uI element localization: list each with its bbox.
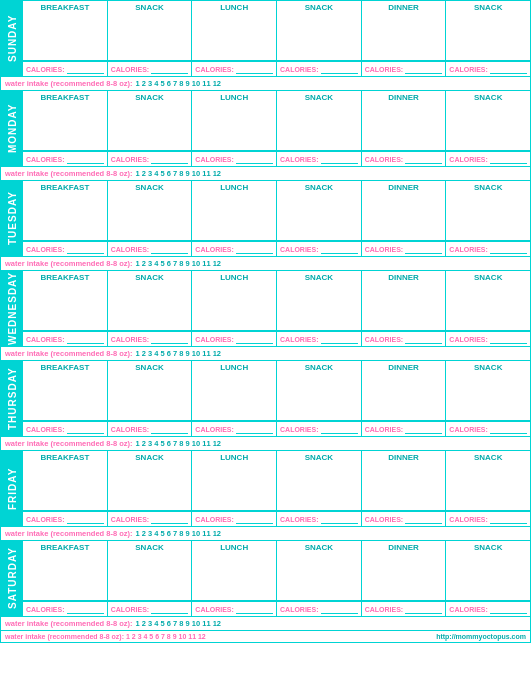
water-numbers-0[interactable]: 1 2 3 4 5 6 7 8 9 10 11 12 — [136, 79, 222, 88]
meal-body-0[interactable] — [26, 14, 104, 58]
meal-body-5[interactable] — [449, 194, 527, 238]
cal-line-5[interactable] — [490, 514, 527, 524]
cal-line-5[interactable] — [490, 424, 527, 434]
meal-cell-snack-3: Snack — [276, 1, 361, 61]
meal-body-4[interactable] — [365, 104, 443, 148]
cal-line-3[interactable] — [321, 244, 358, 254]
meal-tracker: SUNDAYBreakfastSnackLunchSnackDinnerSnac… — [0, 0, 531, 643]
cal-line-2[interactable] — [236, 244, 273, 254]
meal-body-5[interactable] — [449, 464, 527, 508]
cal-line-2[interactable] — [236, 64, 273, 74]
meal-body-3[interactable] — [280, 14, 358, 58]
cal-line-1[interactable] — [151, 334, 188, 344]
meal-body-2[interactable] — [195, 14, 273, 58]
meal-body-3[interactable] — [280, 104, 358, 148]
meal-body-4[interactable] — [365, 284, 443, 328]
meal-body-5[interactable] — [449, 374, 527, 418]
cal-line-0[interactable] — [67, 604, 104, 614]
cal-line-5[interactable] — [490, 64, 527, 74]
day-label-thursday: THURSDAY — [1, 361, 23, 436]
meal-header-0: Breakfast — [26, 453, 104, 462]
cal-line-4[interactable] — [405, 424, 442, 434]
cal-line-0[interactable] — [67, 154, 104, 164]
meal-body-5[interactable] — [449, 554, 527, 598]
water-numbers-4[interactable]: 1 2 3 4 5 6 7 8 9 10 11 12 — [136, 439, 222, 448]
cal-line-2[interactable] — [236, 334, 273, 344]
cal-line-4[interactable] — [405, 604, 442, 614]
cal-line-4[interactable] — [405, 64, 442, 74]
cal-line-3[interactable] — [321, 604, 358, 614]
cal-line-1[interactable] — [151, 514, 188, 524]
cal-line-0[interactable] — [67, 424, 104, 434]
meal-body-0[interactable] — [26, 554, 104, 598]
cal-line-5[interactable] — [490, 154, 527, 164]
meal-body-3[interactable] — [280, 284, 358, 328]
cal-line-3[interactable] — [321, 514, 358, 524]
meal-body-1[interactable] — [111, 104, 189, 148]
cal-line-1[interactable] — [151, 154, 188, 164]
water-numbers-2[interactable]: 1 2 3 4 5 6 7 8 9 10 11 12 — [136, 259, 222, 268]
cal-line-5[interactable] — [490, 334, 527, 344]
meal-body-0[interactable] — [26, 194, 104, 238]
meal-body-1[interactable] — [111, 14, 189, 58]
cal-line-0[interactable] — [67, 514, 104, 524]
meal-body-0[interactable] — [26, 464, 104, 508]
meal-body-1[interactable] — [111, 284, 189, 328]
cal-line-4[interactable] — [405, 514, 442, 524]
cal-label-0: CALORIES: — [26, 66, 65, 73]
meal-cell-dinner-4: Dinner — [361, 451, 446, 511]
cal-line-4[interactable] — [405, 334, 442, 344]
cal-line-2[interactable] — [236, 424, 273, 434]
cal-line-1[interactable] — [151, 604, 188, 614]
meal-body-2[interactable] — [195, 374, 273, 418]
meal-header-2: Lunch — [195, 543, 273, 552]
meal-body-1[interactable] — [111, 194, 189, 238]
meal-body-4[interactable] — [365, 374, 443, 418]
meal-body-1[interactable] — [111, 464, 189, 508]
water-numbers-5[interactable]: 1 2 3 4 5 6 7 8 9 10 11 12 — [136, 529, 222, 538]
meal-body-4[interactable] — [365, 464, 443, 508]
meal-body-2[interactable] — [195, 194, 273, 238]
meal-body-2[interactable] — [195, 104, 273, 148]
cal-line-2[interactable] — [236, 154, 273, 164]
cal-line-2[interactable] — [236, 514, 273, 524]
meal-body-1[interactable] — [111, 374, 189, 418]
water-numbers-6[interactable]: 1 2 3 4 5 6 7 8 9 10 11 12 — [136, 619, 222, 628]
meal-body-1[interactable] — [111, 554, 189, 598]
meal-body-3[interactable] — [280, 374, 358, 418]
cal-line-1[interactable] — [151, 244, 188, 254]
cal-line-1[interactable] — [151, 424, 188, 434]
meal-body-4[interactable] — [365, 194, 443, 238]
meal-body-3[interactable] — [280, 554, 358, 598]
meal-body-4[interactable] — [365, 554, 443, 598]
cal-line-3[interactable] — [321, 424, 358, 434]
cal-line-2[interactable] — [236, 604, 273, 614]
cal-line-0[interactable] — [67, 334, 104, 344]
meal-body-2[interactable] — [195, 464, 273, 508]
cal-line-4[interactable] — [405, 154, 442, 164]
cal-line-1[interactable] — [151, 64, 188, 74]
cal-line-5[interactable] — [490, 244, 527, 254]
meal-body-5[interactable] — [449, 14, 527, 58]
cal-line-3[interactable] — [321, 154, 358, 164]
meal-body-2[interactable] — [195, 554, 273, 598]
cal-line-3[interactable] — [321, 64, 358, 74]
meal-body-0[interactable] — [26, 104, 104, 148]
meal-cell-snack-5: Snack — [445, 451, 530, 511]
cal-line-3[interactable] — [321, 334, 358, 344]
cal-line-0[interactable] — [67, 64, 104, 74]
cal-line-0[interactable] — [67, 244, 104, 254]
water-numbers-3[interactable]: 1 2 3 4 5 6 7 8 9 10 11 12 — [136, 349, 222, 358]
meal-body-2[interactable] — [195, 284, 273, 328]
meal-body-5[interactable] — [449, 104, 527, 148]
cal-line-4[interactable] — [405, 244, 442, 254]
cal-cell-5: CALORIES: — [445, 152, 530, 166]
meal-body-4[interactable] — [365, 14, 443, 58]
water-numbers-1[interactable]: 1 2 3 4 5 6 7 8 9 10 11 12 — [136, 169, 222, 178]
meal-body-0[interactable] — [26, 374, 104, 418]
meal-body-3[interactable] — [280, 194, 358, 238]
cal-line-5[interactable] — [490, 604, 527, 614]
meal-body-0[interactable] — [26, 284, 104, 328]
meal-body-3[interactable] — [280, 464, 358, 508]
meal-body-5[interactable] — [449, 284, 527, 328]
